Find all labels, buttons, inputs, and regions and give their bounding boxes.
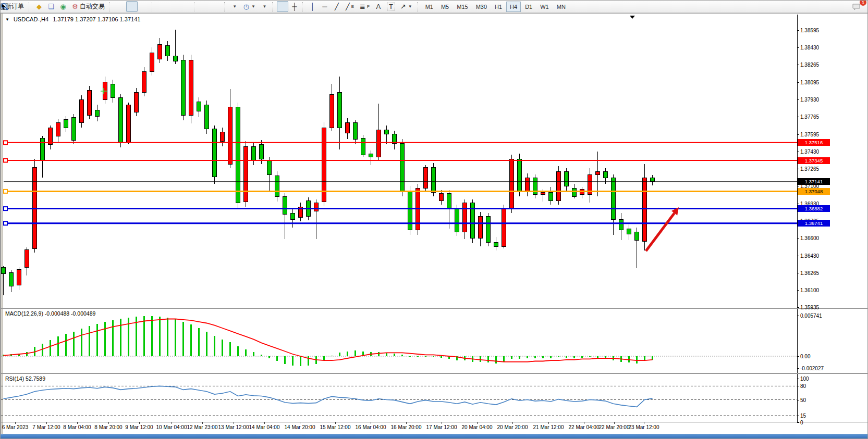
signals-button[interactable]: ◉ [57,1,69,12]
candle-bullish[interactable] [189,60,193,115]
candle-bullish[interactable] [322,128,326,202]
line-drag-handle[interactable] [4,221,7,225]
candle-bullish[interactable] [439,193,444,200]
candle-bearish[interactable] [518,159,522,191]
timeframe-button-h1[interactable]: H1 [491,2,506,12]
candle-bearish[interactable] [72,117,76,140]
candle-bearish[interactable] [432,167,436,192]
indicators-button[interactable]: ▼ [229,1,240,12]
candle-bullish[interactable] [596,171,600,174]
rsi-panel[interactable] [1,374,797,422]
candle-bearish[interactable] [619,219,624,230]
candle-bearish[interactable] [95,110,100,116]
candle-bearish[interactable] [41,138,45,160]
candle-bullish[interactable] [479,216,483,238]
timeframe-button-m30[interactable]: M30 [472,2,491,12]
line-chart-button[interactable] [138,1,150,12]
candle-bearish[interactable] [361,138,365,155]
timeframe-button-m15[interactable]: M15 [453,2,471,12]
text-tool-button[interactable]: A [373,1,384,12]
candle-bullish[interactable] [510,159,514,209]
candle-bearish[interactable] [385,130,389,134]
channel-tool-button[interactable]: ╱E [343,1,357,12]
line-drag-handle[interactable] [4,207,7,210]
candle-bearish[interactable] [213,129,217,177]
timeframe-button-m1[interactable]: M1 [422,2,437,12]
candle-bullish[interactable] [142,71,146,92]
candle-bearish[interactable] [119,97,123,142]
candle-bearish[interactable] [393,134,397,143]
chart-shift-button[interactable] [211,1,222,12]
candle-bullish[interactable] [80,99,84,122]
candle-bearish[interactable] [651,178,655,182]
candle-bullish[interactable] [56,122,60,136]
scroll-to-end-marker[interactable] [630,16,635,19]
macd-rsi-splitter[interactable] [1,373,868,374]
trend-arrow-annotation[interactable] [646,213,675,251]
candle-bullish[interactable] [25,249,29,267]
candle-bearish[interactable] [260,144,264,159]
candle-bearish[interactable] [174,56,178,61]
bar-chart-button[interactable] [114,1,126,12]
candle-bullish[interactable] [463,203,467,232]
timeframe-button-d1[interactable]: D1 [521,2,536,12]
timeframe-button-m5[interactable]: M5 [437,2,453,12]
arrows-tool-button[interactable]: ↗▼ [398,1,415,12]
candle-bearish[interactable] [205,105,209,129]
candle-bearish[interactable] [64,119,68,128]
periods-button[interactable]: ◷▼ [241,1,258,12]
chart-window[interactable]: ▼ USDCAD-,H4 1.37179 1.37207 1.37106 1.3… [1,13,868,434]
notifications-button[interactable]: 1 [852,1,863,12]
timeframe-button-w1[interactable]: W1 [536,2,553,12]
candle-bullish[interactable] [557,171,561,200]
candle-bearish[interactable] [275,175,279,196]
candle-bearish[interactable] [612,178,616,219]
line-drag-handle[interactable] [4,159,7,162]
data-window-button[interactable]: ❏ [45,1,57,12]
candle-bearish[interactable] [353,122,358,139]
candle-bearish[interactable] [572,188,577,196]
candle-bullish[interactable] [17,269,21,285]
main-macd-splitter[interactable] [1,308,868,309]
candle-bearish[interactable] [111,84,115,97]
crosshair-tool-button[interactable]: ┼ [289,1,300,12]
search-button[interactable] [837,1,849,12]
candle-bullish[interactable] [330,94,334,128]
candle-bullish[interactable] [48,128,53,144]
candle-bearish[interactable] [338,92,342,128]
candle-bearish[interactable] [455,209,459,232]
candle-bullish[interactable] [377,130,381,157]
candle-bearish[interactable] [181,60,186,115]
autotrade-button[interactable]: ⚙ 自动交易 [69,1,107,12]
timeframe-button-h4[interactable]: H4 [506,2,521,12]
vertical-line-tool-button[interactable]: │ [307,1,319,12]
candle-bearish[interactable] [549,192,553,200]
candle-bearish[interactable] [635,232,639,240]
line-drag-handle[interactable] [4,141,7,144]
text-label-tool-button[interactable]: T [385,1,397,12]
candle-bullish[interactable] [158,44,162,59]
timeframe-button-mn[interactable]: MN [553,2,569,12]
fibonacci-tool-button[interactable]: ≣F [357,1,372,12]
candle-bullish[interactable] [88,90,92,115]
candle-bullish[interactable] [244,146,248,202]
candle-bullish[interactable] [33,167,37,248]
candle-bearish[interactable] [494,242,498,246]
candle-bearish[interactable] [369,154,373,157]
candle-bullish[interactable] [135,92,139,112]
auto-scroll-button[interactable] [199,1,210,12]
market-watch-button[interactable]: ◆ [33,1,45,12]
candle-bearish[interactable] [604,171,608,178]
candle-bearish[interactable] [236,107,240,203]
candle-bullish[interactable] [502,209,506,246]
zoom-in-button[interactable] [156,1,168,12]
candle-bullish[interactable] [228,107,233,164]
candle-bullish[interactable] [150,53,154,71]
candle-bearish[interactable] [283,196,287,214]
candle-bullish[interactable] [346,122,350,133]
candle-bearish[interactable] [9,272,14,286]
candle-bullish[interactable] [314,203,319,211]
candle-bearish[interactable] [197,102,201,111]
zoom-out-button[interactable] [168,1,180,12]
candle-bearish[interactable] [166,45,170,56]
